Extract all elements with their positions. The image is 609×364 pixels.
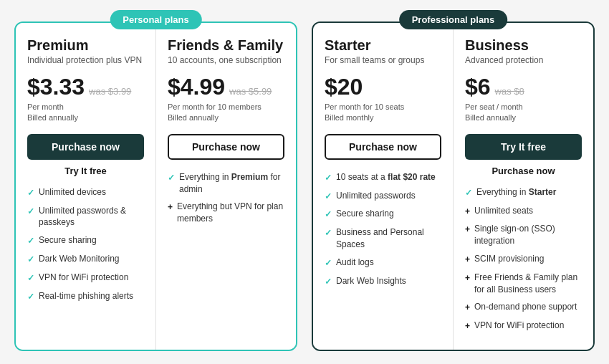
plus-icon: + (168, 201, 173, 214)
list-item: ✓Secure sharing (27, 234, 144, 247)
friends-family-features-list: ✓Everything in Premium for admin +Everyt… (168, 171, 284, 338)
check-icon: ✓ (325, 172, 332, 184)
business-features-list: ✓Everything in Starter +Unlimited seats … (465, 186, 582, 338)
check-icon: ✓ (27, 187, 34, 199)
friends-family-price-note: Per month for 10 membersBilled annually (168, 102, 284, 124)
business-try-free-button[interactable]: Try It free (465, 134, 582, 160)
starter-price: $20 (325, 74, 363, 100)
plus-icon: + (465, 272, 470, 284)
starter-plan-name: Starter (325, 37, 441, 54)
business-purchase-link[interactable]: Purchase now (465, 166, 582, 176)
business-price-note: Per seat / monthBilled annually (465, 102, 582, 124)
list-item: ✓Unlimited devices (27, 186, 144, 199)
friends-family-price-row: $4.99 was $5.99 (168, 74, 284, 100)
friends-family-subtitle: 10 accounts, one subscription (168, 55, 284, 65)
list-item: ✓10 seats at a flat $20 rate (325, 171, 441, 184)
list-item: +Free Friends & Family plan for all Busi… (465, 272, 582, 296)
personal-plans-border: Premium Individual protection plus VPN $… (14, 21, 297, 351)
check-icon: ✓ (465, 187, 472, 199)
list-item: ✓Business and Personal Spaces (325, 226, 441, 251)
starter-features-list: ✓10 seats at a flat $20 rate ✓Unlimited … (325, 171, 441, 338)
page-wrapper: Personal plans Premium Individual protec… (0, 0, 609, 364)
check-icon: ✓ (325, 276, 332, 288)
business-subtitle: Advanced protection (465, 55, 582, 65)
starter-purchase-button[interactable]: Purchase now (325, 134, 441, 160)
check-icon: ✓ (27, 206, 34, 218)
check-icon: ✓ (27, 235, 34, 247)
plus-icon: + (465, 302, 470, 314)
starter-price-row: $20 (325, 74, 441, 100)
plus-icon: + (465, 224, 470, 236)
list-item: ✓Everything in Starter (465, 186, 582, 199)
premium-plan-name: Premium (27, 37, 144, 54)
premium-was-price: was $3.99 (89, 86, 131, 97)
check-icon: ✓ (325, 227, 332, 239)
premium-price: $3.33 (27, 74, 85, 100)
check-icon: ✓ (27, 272, 34, 284)
list-item: ✓Dark Web Monitoring (27, 253, 144, 266)
starter-price-note: Per month for 10 seatsBilled monthly (325, 102, 441, 124)
list-item: ✓Real-time phishing alerts (27, 290, 144, 303)
list-item: ✓Everything in Premium for admin (168, 171, 284, 196)
list-item: +Everything but VPN for plan members (168, 201, 284, 225)
business-plan-name: Business (465, 37, 582, 54)
premium-try-free-link[interactable]: Try It free (27, 166, 144, 176)
list-item: ✓Unlimited passwords & passkeys (27, 205, 144, 229)
business-was-price: was $8 (495, 86, 524, 97)
premium-purchase-button[interactable]: Purchase now (27, 134, 144, 160)
starter-subtitle: For small teams or groups (325, 55, 441, 65)
list-item: ✓Unlimited passwords (325, 190, 441, 203)
plus-icon: + (465, 254, 470, 266)
list-item: +Unlimited seats (465, 205, 582, 218)
list-item: ✓VPN for WiFi protection (27, 272, 144, 284)
list-item: +On-demand phone support (465, 301, 582, 314)
check-icon: ✓ (168, 172, 175, 184)
starter-plan-card: Starter For small teams or groups $20 Pe… (313, 23, 454, 350)
check-icon: ✓ (27, 254, 34, 266)
friends-family-plan-name: Friends & Family (168, 37, 284, 54)
premium-price-row: $3.33 was $3.99 (27, 74, 144, 100)
plus-icon: + (465, 206, 470, 218)
premium-features-list: ✓Unlimited devices ✓Unlimited passwords … (27, 186, 144, 338)
list-item: +VPN for WiFi protection (465, 320, 582, 332)
list-item: ✓Audit logs (325, 257, 441, 269)
list-item: +Single sign-on (SSO) integration (465, 223, 582, 247)
plus-icon: + (465, 320, 470, 332)
business-price-row: $6 was $8 (465, 74, 582, 100)
list-item: ✓Dark Web Insights (325, 275, 441, 288)
professional-plans-group: Professional plans Starter For small tea… (312, 21, 595, 351)
friends-family-was-price: was $5.99 (229, 86, 272, 97)
friends-family-purchase-button[interactable]: Purchase now (168, 134, 284, 160)
check-icon: ✓ (27, 291, 34, 303)
premium-price-note: Per monthBilled annually (27, 102, 144, 124)
list-item: +SCIM provisioning (465, 253, 582, 266)
list-item: ✓Secure sharing (325, 208, 441, 221)
business-price: $6 (465, 74, 491, 100)
premium-plan-subtitle: Individual protection plus VPN (27, 55, 144, 65)
personal-plans-label: Personal plans (110, 10, 201, 29)
business-plan-card: Business Advanced protection $6 was $8 P… (454, 23, 593, 350)
professional-plans-label: Professional plans (399, 10, 508, 29)
friends-family-plan-card: Friends & Family 10 accounts, one subscr… (156, 23, 296, 350)
check-icon: ✓ (325, 257, 332, 269)
friends-family-price: $4.99 (168, 74, 225, 100)
check-icon: ✓ (325, 209, 332, 221)
professional-plans-border: Starter For small teams or groups $20 Pe… (312, 21, 595, 351)
personal-plans-group: Personal plans Premium Individual protec… (14, 21, 297, 351)
premium-plan-card: Premium Individual protection plus VPN $… (16, 23, 156, 350)
check-icon: ✓ (325, 191, 332, 203)
